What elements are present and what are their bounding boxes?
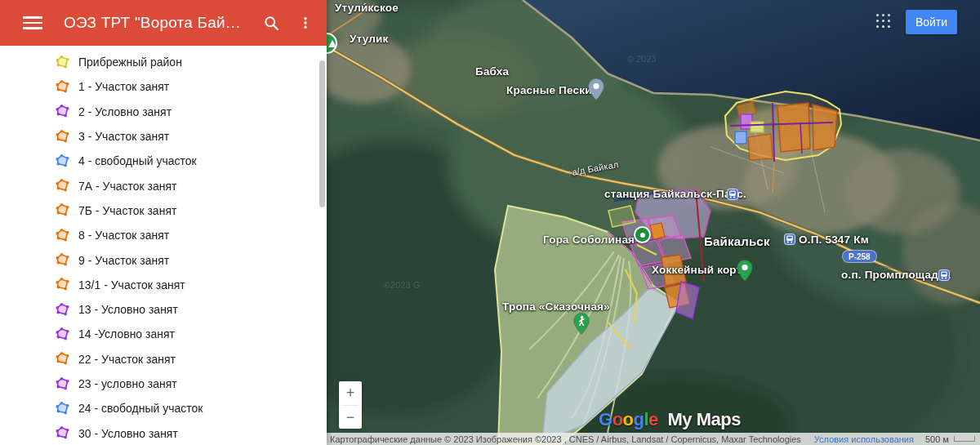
overflow-menu-icon[interactable] xyxy=(296,13,315,33)
train-stop-icon-promploshadka[interactable] xyxy=(938,269,950,281)
sidebar-item-label: 9 - Участок занят xyxy=(78,254,169,267)
map-label-babkha: Бабха xyxy=(475,65,509,78)
sidebar-item[interactable]: 13/1 - Участок занят xyxy=(0,273,327,297)
sidebar-item-label: Прибрежный район xyxy=(78,56,182,69)
sidebar-item[interactable]: 2 - Условно занят xyxy=(0,100,327,124)
sidebar-item[interactable]: 14 -Условно занят xyxy=(0,322,327,346)
polygon-layer-icon xyxy=(54,425,71,442)
my-maps-app: ОЭЗ ТРТ "Ворота Байкал... Прибрежный рай… xyxy=(0,0,980,445)
polygon-layer-icon xyxy=(54,128,71,145)
attribution-bar: Картографические данные © 2023 Изображен… xyxy=(327,433,980,445)
sidebar-item-label: 4 - свободный участок xyxy=(78,154,197,167)
imagery-watermark: ©2023 G xyxy=(384,280,420,290)
map-label-baikalsk: Байкальск xyxy=(704,234,770,248)
map-label-promploshadka: о.п. Промплощадка xyxy=(841,269,951,281)
polygon-layer-icon xyxy=(54,276,71,293)
sidebar-item-label: 8 - Участок занят xyxy=(78,229,169,242)
road-shield-r258: Р-258 xyxy=(843,251,876,262)
polygon-layer-icon xyxy=(54,78,71,96)
polygon-layer-icon xyxy=(54,103,71,120)
terms-of-use-link[interactable]: Условия использования xyxy=(814,434,914,444)
hockey-court-pin-icon[interactable] xyxy=(737,260,753,282)
hamburger-menu-icon[interactable] xyxy=(23,13,42,33)
sidebar-item[interactable]: 9 - Участок занят xyxy=(0,247,327,272)
sidebar-item-label: 2 - Условно занят xyxy=(78,105,172,118)
map-title: ОЭЗ ТРТ "Ворота Байкал... xyxy=(64,14,247,32)
train-stop-icon-op5347[interactable] xyxy=(784,234,795,245)
polygon-layer-icon xyxy=(54,301,71,318)
sidebar-item[interactable]: 24 - свободный участок xyxy=(0,396,327,421)
polygon-layer-icon xyxy=(54,350,71,367)
sidebar-item[interactable]: 13 - Условно занят xyxy=(0,297,327,322)
krasnye-peski-pin-icon[interactable] xyxy=(588,78,604,100)
sidebar-item-label: 7Б - Участок занят xyxy=(78,204,176,217)
polygon-layer-icon xyxy=(54,251,71,269)
map-label-utulik: Утулик xyxy=(350,33,389,45)
polygon-layer-icon xyxy=(54,227,71,244)
google-apps-grid-icon[interactable] xyxy=(876,14,891,29)
sidebar-item-label: 3 - Участок занят xyxy=(78,130,169,143)
sidebar-item-label: 13 - Условно занят xyxy=(78,303,178,316)
sidebar-item-label: 24 - свободный участок xyxy=(78,402,203,415)
sidebar-item-label: 7А - Участок занят xyxy=(78,180,177,193)
sidebar-item[interactable]: 7А - Участок занят xyxy=(0,173,327,198)
zoom-control: + − xyxy=(339,381,362,429)
sidebar-item[interactable]: 7Б - Участок занят xyxy=(0,198,327,223)
sidebar-item[interactable]: 30 - Условно занят xyxy=(0,421,327,445)
google-my-maps-logo: Google My Maps xyxy=(599,409,741,430)
polygon-layer-icon xyxy=(54,177,71,194)
sidebar: ОЭЗ ТРТ "Ворота Байкал... Прибрежный рай… xyxy=(0,0,327,445)
map-label-station-baikalsk-pass: станция Байкальск-Пасс. xyxy=(604,188,746,200)
sidebar-item-label: 22 - Участок занят xyxy=(78,353,176,366)
imagery-watermark: © 2023 xyxy=(627,54,657,64)
map-label-op-5347: О.П. 5347 Км xyxy=(799,234,869,246)
sidebar-item-label: 23 - условно занят xyxy=(78,377,177,390)
sidebar-scrollbar[interactable] xyxy=(319,60,325,207)
sidebar-item[interactable]: 1 - Участок занят xyxy=(0,74,327,99)
polygon-layer-icon xyxy=(54,400,71,417)
layer-item-list: Прибрежный район1 - Участок занят2 - Усл… xyxy=(0,46,327,445)
polygon-layer-icon xyxy=(54,376,71,393)
zoom-in-button[interactable]: + xyxy=(339,381,362,405)
sidebar-header: ОЭЗ ТРТ "Ворота Байкал... xyxy=(0,0,327,46)
map-canvas[interactable]: © 2023 ©2023 G Утули́кское Утулик Бабха … xyxy=(327,0,980,445)
sobolinaya-poi-marker[interactable] xyxy=(634,226,651,243)
sidebar-item-label: 1 - Участок занят xyxy=(78,80,169,93)
sidebar-item[interactable]: Прибрежный район xyxy=(0,50,327,74)
map-label-gora-sobolinaya: Гора Соболиная xyxy=(543,234,635,246)
train-station-icon[interactable] xyxy=(727,189,738,200)
sidebar-item-label: 30 - Условно занят xyxy=(78,427,178,440)
sidebar-item-label: 14 -Условно занят xyxy=(78,327,175,340)
search-icon[interactable] xyxy=(261,13,281,33)
sidebar-item[interactable]: 4 - свободный участок xyxy=(0,149,327,173)
sidebar-item[interactable]: 8 - Участок занят xyxy=(0,223,327,247)
polygon-layer-icon xyxy=(54,202,71,219)
polygon-layer-icon xyxy=(54,54,71,71)
map-label-utulikskoe: Утули́кское xyxy=(335,2,399,14)
map-attribution-text: Картографические данные © 2023 Изображен… xyxy=(330,434,801,444)
google-logo-text: Google xyxy=(599,409,658,429)
sidebar-item[interactable]: 22 - Участок занят xyxy=(0,347,327,372)
sidebar-item[interactable]: 23 - условно занят xyxy=(0,372,327,396)
polygon-layer-icon xyxy=(54,326,71,343)
map-label-tropa-skazochnaya: Тропа «Сказочная» xyxy=(502,300,610,313)
map-scale-label: 500 м xyxy=(925,434,949,444)
signin-button[interactable]: Войти xyxy=(906,10,957,34)
map-scale-bar xyxy=(954,436,975,442)
my-maps-logo-text: My Maps xyxy=(667,409,740,429)
satellite-imagery xyxy=(327,0,980,445)
sidebar-item[interactable]: 3 - Участок занят xyxy=(0,124,327,149)
sidebar-item-label: 13/1 - Участок занят xyxy=(78,278,185,291)
hiking-trail-pin-icon[interactable] xyxy=(573,313,590,335)
map-label-hockey-court: Хоккейный корт xyxy=(652,264,742,276)
polygon-layer-icon xyxy=(54,153,71,170)
map-label-krasnye-peski: Красные Пески xyxy=(506,84,592,96)
zoom-out-button[interactable]: − xyxy=(339,406,362,429)
